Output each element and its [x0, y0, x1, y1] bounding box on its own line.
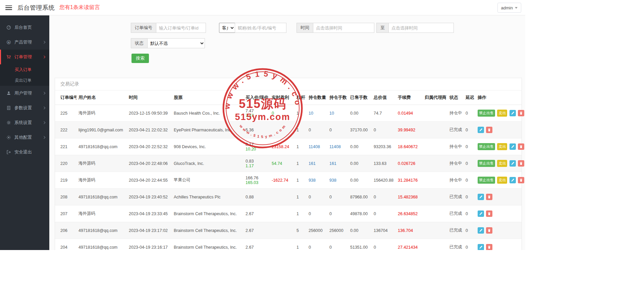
edit-button[interactable] — [478, 127, 484, 133]
sell-button[interactable]: 卖出 — [497, 143, 507, 150]
delete-button[interactable] — [486, 210, 492, 217]
trash-icon — [487, 229, 491, 232]
cell-time: 2023-12-15 09:50:39 — [127, 105, 172, 122]
cell-order-id: 222 — [55, 122, 76, 138]
unread-message-notice[interactable]: 您有1条未读留言 — [59, 4, 100, 11]
status-select[interactable]: 默认不选 — [147, 38, 205, 48]
cell-fee: 0.01494 — [396, 105, 423, 122]
time-label: 时间 — [297, 23, 313, 33]
sidebar-item-sell-orders[interactable]: 卖出订单 — [0, 75, 49, 86]
edit-button[interactable] — [509, 177, 516, 183]
ban-sell-button[interactable]: 禁止出售 — [478, 160, 495, 167]
cell-price: 0.88 — [244, 189, 270, 205]
trash-icon — [487, 212, 491, 216]
delete-button[interactable] — [486, 127, 492, 133]
cell-agent — [423, 105, 447, 122]
sidebar-item-orders[interactable]: 订单管理 — [0, 50, 49, 64]
cell-agent — [423, 222, 447, 239]
search-form: 订单编号 客户 时间 至 状态 — [49, 15, 525, 63]
delete-button[interactable] — [518, 143, 524, 150]
cell-stock: Achilles Therapeutics Plc — [172, 189, 244, 205]
order-id-group: 订单编号 — [131, 23, 206, 33]
cell-actions: 禁止出售 卖出 — [476, 172, 522, 189]
customer-type-select[interactable]: 客户 — [219, 23, 235, 33]
admin-app: 后台管理系统 您有1条未读留言 admin 后台首页 B 产品管理 — [0, 0, 525, 250]
cell-price: 7.47 7.47 — [244, 105, 270, 122]
cell-hold-lots: 0 — [327, 122, 348, 138]
trash-icon — [487, 195, 491, 199]
cell-hold-qty: 256000 — [307, 222, 327, 239]
cell-leverage: 1 — [294, 189, 307, 205]
cell-total-value: 0 — [372, 205, 396, 222]
admin-user-dropdown[interactable]: admin — [497, 3, 521, 13]
cell-total-value: 74.7 — [372, 105, 396, 122]
status-label: 状态 — [131, 38, 148, 48]
delete-button[interactable] — [518, 177, 524, 183]
col-actions: 操作 — [476, 90, 522, 105]
cell-sold-lots: 0.00 — [348, 155, 372, 172]
sidebar-item-buy-orders[interactable]: 买入订单 — [0, 64, 49, 75]
edit-button[interactable] — [509, 160, 516, 167]
cell-username: 497181618@qq.com — [76, 189, 127, 205]
cell-status: 已完成 — [447, 222, 464, 239]
sidebar-item-users[interactable]: 用户管理 — [0, 86, 49, 101]
cell-status: 持仓中 — [447, 105, 464, 122]
sidebar-item-params[interactable]: 参数设置 — [0, 101, 49, 115]
edit-button[interactable] — [478, 194, 484, 200]
cell-leverage: 1 — [294, 105, 307, 122]
sell-button[interactable]: 卖出 — [497, 177, 507, 184]
edit-button[interactable] — [478, 244, 484, 250]
sidebar-item-system[interactable]: 系统设置 — [0, 115, 49, 130]
delete-button[interactable] — [486, 244, 492, 250]
cell-status: 已完成 — [447, 239, 464, 250]
col-delay: 延迟 — [464, 90, 476, 105]
col-order-id: 订单编号 — [55, 90, 76, 105]
ban-sell-button[interactable]: 禁止出售 — [478, 143, 495, 150]
sidebar-item-label: 系统设置 — [14, 120, 32, 126]
time-to-input[interactable] — [389, 23, 454, 33]
svg-text:B: B — [8, 41, 10, 44]
hamburger-menu-icon[interactable] — [5, 5, 12, 10]
edit-button[interactable] — [509, 143, 516, 150]
user-icon — [6, 90, 11, 96]
edit-button[interactable] — [478, 210, 484, 217]
cell-fee: 31.284176 — [396, 172, 423, 189]
cell-hold-qty: 11408 — [307, 138, 327, 155]
table-row: 208 497181618@qq.com 2023-04-19 23:40:52… — [55, 189, 522, 205]
col-price: 买入价/现价 — [244, 90, 270, 105]
customer-input[interactable] — [235, 23, 286, 33]
sidebar-item-home[interactable]: 后台首页 — [0, 20, 49, 35]
chevron-right-icon — [43, 92, 45, 95]
edit-button[interactable] — [478, 227, 484, 234]
ban-sell-button[interactable]: 禁止出售 — [478, 110, 495, 117]
delete-button[interactable] — [518, 160, 524, 167]
cell-price: 5.36 — [244, 122, 270, 138]
cell-agent — [423, 205, 447, 222]
cell-actions — [476, 189, 522, 205]
delete-button[interactable] — [518, 110, 524, 116]
card-title: 交易记录 — [55, 78, 522, 90]
time-from-input[interactable] — [313, 23, 374, 33]
sell-button[interactable]: 卖出 — [497, 110, 507, 117]
cell-fee: 27.421434 — [396, 239, 423, 250]
col-profit: 实时盈利 — [270, 90, 294, 105]
sidebar-item-other-config[interactable]: 其他配置 — [0, 130, 49, 145]
cell-username: 海外源码 — [76, 155, 127, 172]
edit-button[interactable] — [509, 110, 516, 116]
search-button[interactable]: 搜索 — [131, 54, 149, 63]
sidebar-item-logout[interactable]: 安全退出 — [0, 145, 49, 160]
table-row: 207 海外源码 2023-04-19 23:33:45 Brainstorm … — [55, 205, 522, 222]
cell-delay: 0 — [464, 105, 476, 122]
sell-button[interactable]: 卖出 — [497, 160, 507, 167]
pencil-icon — [511, 145, 515, 148]
pencil-icon — [479, 195, 483, 199]
main-content: 订单编号 客户 时间 至 状态 — [49, 15, 525, 250]
trash-icon — [487, 128, 491, 132]
order-id-input[interactable] — [156, 23, 206, 33]
delete-button[interactable] — [486, 227, 492, 234]
cell-time: 2023-04-20 22:48:06 — [127, 155, 172, 172]
ban-sell-button[interactable]: 禁止出售 — [478, 177, 495, 184]
sidebar-item-products[interactable]: B 产品管理 — [0, 35, 49, 50]
cell-price: 2.67 — [244, 205, 270, 222]
delete-button[interactable] — [486, 194, 492, 200]
